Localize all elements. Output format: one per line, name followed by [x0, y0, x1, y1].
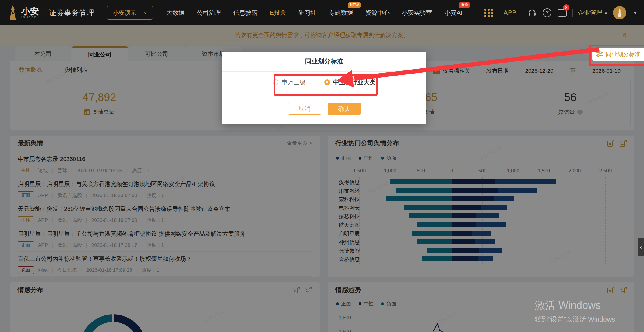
- app-root: 小安 INHOPE | 证券事务管理 小安演示 ∨ 大数据公司治理信息披露E投关…: [0, 0, 644, 332]
- side-drawer-handle[interactable]: ‹: [638, 238, 644, 256]
- brand-logo-icon: [8, 5, 18, 21]
- cancel-button[interactable]: 取消: [288, 103, 321, 115]
- radio-label: 中上协行业大类: [333, 78, 376, 86]
- headset-icon[interactable]: [527, 8, 537, 18]
- divider: [498, 9, 498, 17]
- peer-standard-button-label: 同业划分标准: [606, 50, 641, 58]
- messages-icon[interactable]: ··· 8: [557, 8, 567, 18]
- app-download-link[interactable]: APP: [504, 9, 516, 17]
- sliders-icon: [596, 51, 603, 57]
- user-avatar[interactable]: [613, 6, 626, 19]
- radio-option-中上协行业大类[interactable]: 中上协行业大类: [324, 78, 376, 86]
- env-selector-label: 小安演示: [113, 9, 136, 17]
- nav-item-公司治理[interactable]: 公司治理: [197, 9, 221, 17]
- radio-circle-icon: [324, 79, 330, 85]
- brand-divider: |: [43, 8, 45, 17]
- peer-standard-button[interactable]: 同业划分标准: [592, 48, 644, 61]
- message-count-badge: 8: [563, 4, 569, 11]
- nav-item-研习社[interactable]: 研习社: [298, 9, 316, 17]
- top-navbar: 小安 INHOPE | 证券事务管理 小安演示 ∨ 大数据公司治理信息披露E投关…: [0, 0, 644, 25]
- apps-grid-icon[interactable]: [484, 9, 493, 17]
- nav-item-大数据[interactable]: 大数据: [166, 9, 184, 17]
- radio-circle-icon: [273, 79, 278, 85]
- standard-radio-group: 申万三级中上协行业大类: [222, 78, 426, 86]
- help-icon[interactable]: ?: [542, 8, 552, 18]
- nav-item-小安实验室[interactable]: 小安实验室: [402, 9, 432, 17]
- brand: 小安 INHOPE | 证券事务管理: [8, 5, 94, 21]
- chevron-down-icon: ▼: [604, 11, 608, 16]
- brand-name: 小安: [21, 7, 39, 16]
- env-selector-dropdown[interactable]: 小安演示 ∨: [107, 6, 153, 20]
- confirm-button[interactable]: 确认: [328, 103, 361, 115]
- peer-standard-modal: 同业划分标准 申万三级中上协行业大类 取消 确认: [222, 52, 426, 124]
- navbar-right: APP ? ··· 8 企业管理▼ ▼: [484, 6, 637, 19]
- nav-item-小安AI[interactable]: 小安AI限免: [444, 9, 462, 17]
- nav-item-E投关[interactable]: E投关: [270, 9, 286, 17]
- radio-option-申万三级[interactable]: 申万三级: [273, 78, 306, 86]
- radio-label: 申万三级: [281, 78, 306, 86]
- divider: [522, 9, 522, 17]
- chevron-down-icon: ∨: [144, 10, 147, 15]
- main-menu: 大数据公司治理信息披露E投关研习社专题数据NEW资源中心小安实验室小安AI限免: [166, 9, 462, 17]
- product-title: 证券事务管理: [49, 8, 94, 18]
- nav-item-信息披露[interactable]: 信息披露: [233, 9, 258, 17]
- brand-subname: INHOPE: [21, 16, 39, 19]
- org-management-menu[interactable]: 企业管理▼: [578, 9, 608, 17]
- modal-title: 同业划分标准: [222, 52, 426, 72]
- nav-item-badge: NEW: [348, 2, 361, 8]
- nav-item-资源中心[interactable]: 资源中心: [365, 9, 390, 17]
- nav-item-专题数据[interactable]: 专题数据NEW: [329, 9, 353, 17]
- chevron-down-icon[interactable]: ▼: [633, 11, 637, 15]
- divider: [572, 9, 573, 17]
- nav-item-badge: 限免: [459, 2, 470, 8]
